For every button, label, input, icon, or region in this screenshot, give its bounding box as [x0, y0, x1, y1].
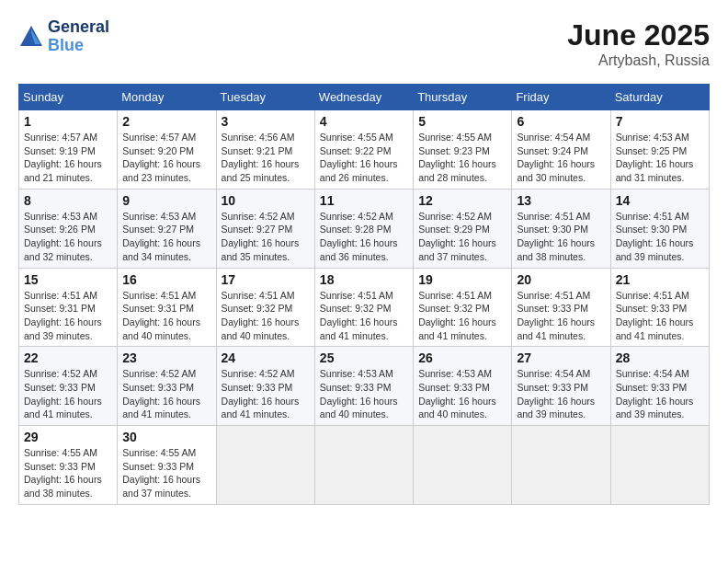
calendar-cell	[216, 426, 314, 505]
day-number: 30	[122, 430, 210, 444]
calendar-cell	[314, 426, 413, 505]
day-info: Sunrise: 4:54 AMSunset: 9:33 PMDaylight:…	[517, 367, 605, 421]
calendar-week-row: 8Sunrise: 4:53 AMSunset: 9:26 PMDaylight…	[19, 189, 710, 268]
day-number: 21	[616, 272, 704, 287]
day-info: Sunrise: 4:53 AMSunset: 9:33 PMDaylight:…	[418, 367, 506, 421]
logo: General Blue	[18, 18, 109, 55]
day-number: 8	[24, 193, 112, 208]
day-of-week-header: Friday	[512, 85, 610, 110]
day-info: Sunrise: 4:51 AMSunset: 9:30 PMDaylight:…	[616, 210, 704, 264]
day-number: 20	[517, 272, 605, 287]
calendar-cell	[414, 426, 512, 505]
calendar-cell: 30Sunrise: 4:55 AMSunset: 9:33 PMDayligh…	[118, 426, 216, 505]
calendar-cell: 1Sunrise: 4:57 AMSunset: 9:19 PMDaylight…	[19, 110, 118, 190]
calendar-cell: 22Sunrise: 4:52 AMSunset: 9:33 PMDayligh…	[19, 347, 118, 426]
day-info: Sunrise: 4:52 AMSunset: 9:33 PMDaylight:…	[24, 367, 112, 421]
calendar-cell: 8Sunrise: 4:53 AMSunset: 9:26 PMDaylight…	[19, 189, 118, 268]
day-number: 25	[320, 350, 408, 365]
calendar-week-row: 22Sunrise: 4:52 AMSunset: 9:33 PMDayligh…	[19, 347, 710, 426]
day-info: Sunrise: 4:55 AMSunset: 9:22 PMDaylight:…	[320, 131, 408, 185]
calendar-cell: 21Sunrise: 4:51 AMSunset: 9:33 PMDayligh…	[610, 268, 709, 347]
calendar-cell: 7Sunrise: 4:53 AMSunset: 9:25 PMDaylight…	[610, 110, 709, 190]
day-info: Sunrise: 4:51 AMSunset: 9:32 PMDaylight:…	[222, 289, 310, 343]
day-number: 16	[122, 272, 210, 287]
calendar-cell: 18Sunrise: 4:51 AMSunset: 9:32 PMDayligh…	[314, 268, 413, 347]
day-info: Sunrise: 4:53 AMSunset: 9:25 PMDaylight:…	[616, 131, 704, 185]
day-number: 1	[24, 114, 112, 129]
day-number: 28	[616, 350, 704, 365]
day-number: 5	[418, 114, 506, 129]
calendar-week-row: 29Sunrise: 4:55 AMSunset: 9:33 PMDayligh…	[19, 426, 710, 505]
day-number: 12	[418, 193, 506, 208]
calendar-header-row: SundayMondayTuesdayWednesdayThursdayFrid…	[19, 85, 710, 110]
day-info: Sunrise: 4:52 AMSunset: 9:29 PMDaylight:…	[418, 210, 506, 264]
day-number: 18	[320, 272, 408, 287]
day-number: 24	[222, 350, 310, 365]
day-info: Sunrise: 4:52 AMSunset: 9:28 PMDaylight:…	[320, 210, 408, 264]
calendar-cell: 6Sunrise: 4:54 AMSunset: 9:24 PMDaylight…	[512, 110, 610, 190]
calendar-cell: 12Sunrise: 4:52 AMSunset: 9:29 PMDayligh…	[414, 189, 512, 268]
calendar-cell: 29Sunrise: 4:55 AMSunset: 9:33 PMDayligh…	[19, 426, 118, 505]
day-info: Sunrise: 4:52 AMSunset: 9:33 PMDaylight:…	[222, 367, 310, 421]
day-of-week-header: Tuesday	[216, 85, 314, 110]
day-info: Sunrise: 4:51 AMSunset: 9:30 PMDaylight:…	[517, 210, 605, 264]
calendar-cell: 28Sunrise: 4:54 AMSunset: 9:33 PMDayligh…	[610, 347, 709, 426]
calendar-cell: 9Sunrise: 4:53 AMSunset: 9:27 PMDaylight…	[118, 189, 216, 268]
day-info: Sunrise: 4:53 AMSunset: 9:33 PMDaylight:…	[320, 367, 408, 421]
day-info: Sunrise: 4:55 AMSunset: 9:23 PMDaylight:…	[418, 131, 506, 185]
calendar-cell: 27Sunrise: 4:54 AMSunset: 9:33 PMDayligh…	[512, 347, 610, 426]
calendar-body: 1Sunrise: 4:57 AMSunset: 9:19 PMDaylight…	[19, 110, 710, 505]
day-number: 7	[616, 114, 704, 129]
calendar-cell: 16Sunrise: 4:51 AMSunset: 9:31 PMDayligh…	[118, 268, 216, 347]
title-block: June 2025 Artybash, Russia	[567, 18, 710, 69]
calendar-table: SundayMondayTuesdayWednesdayThursdayFrid…	[18, 84, 710, 505]
calendar-cell: 24Sunrise: 4:52 AMSunset: 9:33 PMDayligh…	[216, 347, 314, 426]
day-info: Sunrise: 4:52 AMSunset: 9:33 PMDaylight:…	[122, 367, 210, 421]
day-number: 29	[24, 430, 112, 444]
day-of-week-header: Sunday	[19, 85, 118, 110]
calendar-cell: 20Sunrise: 4:51 AMSunset: 9:33 PMDayligh…	[512, 268, 610, 347]
calendar-cell	[610, 426, 709, 505]
day-info: Sunrise: 4:54 AMSunset: 9:24 PMDaylight:…	[517, 131, 605, 185]
day-number: 11	[320, 193, 408, 208]
day-info: Sunrise: 4:51 AMSunset: 9:31 PMDaylight:…	[24, 289, 112, 343]
day-of-week-header: Saturday	[610, 85, 709, 110]
calendar-cell	[512, 426, 610, 505]
logo-icon	[18, 24, 44, 50]
day-number: 26	[418, 350, 506, 365]
day-number: 9	[122, 193, 210, 208]
day-info: Sunrise: 4:51 AMSunset: 9:32 PMDaylight:…	[418, 289, 506, 343]
day-info: Sunrise: 4:51 AMSunset: 9:31 PMDaylight:…	[122, 289, 210, 343]
calendar-cell: 10Sunrise: 4:52 AMSunset: 9:27 PMDayligh…	[216, 189, 314, 268]
day-number: 15	[24, 272, 112, 287]
day-info: Sunrise: 4:57 AMSunset: 9:20 PMDaylight:…	[122, 131, 210, 185]
day-number: 27	[517, 350, 605, 365]
day-info: Sunrise: 4:54 AMSunset: 9:33 PMDaylight:…	[616, 367, 704, 421]
day-info: Sunrise: 4:52 AMSunset: 9:27 PMDaylight:…	[222, 210, 310, 264]
calendar-cell: 23Sunrise: 4:52 AMSunset: 9:33 PMDayligh…	[118, 347, 216, 426]
location-subtitle: Artybash, Russia	[567, 52, 710, 69]
calendar-cell: 25Sunrise: 4:53 AMSunset: 9:33 PMDayligh…	[314, 347, 413, 426]
calendar-cell: 11Sunrise: 4:52 AMSunset: 9:28 PMDayligh…	[314, 189, 413, 268]
day-info: Sunrise: 4:53 AMSunset: 9:27 PMDaylight:…	[122, 210, 210, 264]
day-of-week-header: Monday	[118, 85, 216, 110]
day-number: 3	[222, 114, 310, 129]
day-number: 23	[122, 350, 210, 365]
day-number: 4	[320, 114, 408, 129]
calendar-cell: 15Sunrise: 4:51 AMSunset: 9:31 PMDayligh…	[19, 268, 118, 347]
day-number: 2	[122, 114, 210, 129]
day-info: Sunrise: 4:51 AMSunset: 9:33 PMDaylight:…	[517, 289, 605, 343]
calendar-cell: 4Sunrise: 4:55 AMSunset: 9:22 PMDaylight…	[314, 110, 413, 190]
calendar-cell: 2Sunrise: 4:57 AMSunset: 9:20 PMDaylight…	[118, 110, 216, 190]
calendar-cell: 5Sunrise: 4:55 AMSunset: 9:23 PMDaylight…	[414, 110, 512, 190]
day-info: Sunrise: 4:53 AMSunset: 9:26 PMDaylight:…	[24, 210, 112, 264]
day-info: Sunrise: 4:55 AMSunset: 9:33 PMDaylight:…	[122, 446, 210, 500]
calendar-cell: 14Sunrise: 4:51 AMSunset: 9:30 PMDayligh…	[610, 189, 709, 268]
day-info: Sunrise: 4:56 AMSunset: 9:21 PMDaylight:…	[222, 131, 310, 185]
day-number: 19	[418, 272, 506, 287]
day-info: Sunrise: 4:51 AMSunset: 9:33 PMDaylight:…	[616, 289, 704, 343]
page-header: General Blue June 2025 Artybash, Russia	[18, 18, 710, 69]
day-number: 13	[517, 193, 605, 208]
day-info: Sunrise: 4:51 AMSunset: 9:32 PMDaylight:…	[320, 289, 408, 343]
day-number: 14	[616, 193, 704, 208]
